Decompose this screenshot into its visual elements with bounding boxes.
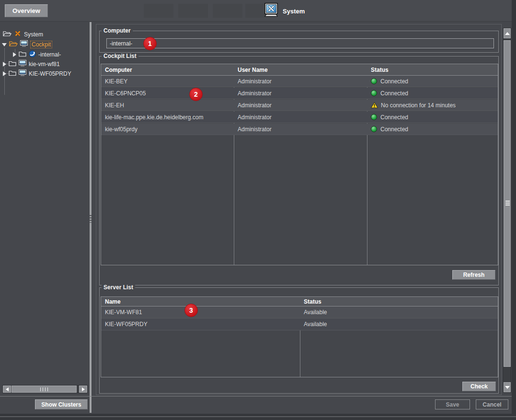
tab-placeholder [213,4,242,18]
computer-group-label: Computer [102,27,133,34]
table-row[interactable]: kie-life-mac.ppe.kie.de.heidelberg.com A… [101,112,498,123]
cell-computer: KIE-EH [101,102,234,109]
table-row[interactable]: KIE-BEY Administrator Connected [101,76,498,87]
expander-down-icon[interactable] [2,43,7,46]
cancel-button[interactable]: Cancel [476,399,508,409]
tree-item-label: System [24,31,43,38]
navigation-tree: System Cockpit [0,22,89,396]
refresh-button[interactable]: Refresh [452,270,495,280]
cockpit-list-table: Computer User Name Status KIE-BEY Admini… [101,64,498,265]
arrow-up-icon [505,32,510,35]
tree-item-system[interactable]: System [3,30,43,39]
save-button[interactable]: Save [435,399,470,409]
table-row[interactable]: KIE-WF05PRDY Available [101,318,498,330]
top-bar: Overview System [0,0,512,22]
tab-placeholder [178,4,208,18]
callout-badge-2: 2 [189,88,203,101]
expander-right-icon[interactable] [3,71,6,76]
cell-user-name: Administrator [234,114,367,121]
system-icon [264,3,278,20]
open-folder-icon [9,40,18,49]
connected-status-icon [371,78,377,84]
column-header-computer[interactable]: Computer [101,67,234,73]
scroll-right-button[interactable] [79,386,87,393]
cockpit-list-label: Cockpit List [102,53,138,59]
tree-item-internal[interactable]: -internal- [13,50,61,59]
computer-input[interactable] [106,38,494,48]
cell-computer: kie-wf05prdy [101,126,234,133]
connected-status-icon [371,126,377,132]
cell-name: KIE-WF05PRDY [101,321,300,328]
cell-name: KIE-VM-WF81 [101,309,300,316]
warning-icon [371,102,378,108]
cockpit-table-header: Computer User Name Status [101,64,498,76]
tree-item-kie-wf05prdy[interactable]: KIE-WF05PRDY [3,69,71,78]
tree-item-label: KIE-WF05PRDY [29,70,71,77]
server-list-label: Server List [102,284,135,291]
server-list-table: Name Status KIE-VM-WF81 Available KIE-WF… [101,296,498,377]
cell-status: Connected [367,90,498,97]
tree-item-label: -internal- [38,51,61,58]
arrow-down-icon [505,386,510,389]
arrow-right-icon [82,387,85,391]
expander-right-icon[interactable] [3,62,6,67]
cell-status: Available [300,309,498,316]
cell-user-name: Administrator [234,78,367,85]
table-row[interactable]: KIE-EH Administrator No connection for 1… [101,100,498,111]
closed-folder-icon [9,60,16,68]
cell-computer: KIE-BEY [101,78,234,85]
table-row[interactable]: kie-wf05prdy Administrator Connected [101,124,498,135]
computer-icon [19,69,26,78]
tools-icon [14,30,22,39]
cell-status: No connection for 14 minutes [367,102,498,109]
column-header-user-name[interactable]: User Name [234,67,367,73]
computer-icon [20,40,28,49]
tree-item-label: Cockpit [30,41,52,48]
page-title-label: System [283,8,305,15]
open-folder-icon [3,30,11,39]
connected-status-icon [371,114,377,120]
cell-user-name: Administrator [234,102,367,109]
cell-computer: kie-life-mac.ppe.kie.de.heidelberg.com [101,114,234,121]
column-header-status[interactable]: Status [367,67,498,73]
cell-status: Available [300,321,498,328]
tree-item-label: kie-vm-wf81 [29,61,60,68]
connected-status-icon [371,90,377,96]
cell-computer: KIE-C6PNCP05 [101,90,234,97]
tree-item-cockpit[interactable]: Cockpit [2,40,52,49]
callout-badge-3: 3 [184,304,198,317]
column-header-name[interactable]: Name [101,298,300,305]
computer-icon [19,60,26,68]
tree-horizontal-scrollbar[interactable] [2,385,88,393]
expander-right-icon[interactable] [13,52,16,57]
scroll-down-button[interactable] [504,382,511,392]
panel-splitter[interactable] [90,22,92,413]
closed-folder-icon [19,50,26,59]
closed-folder-icon [9,69,16,78]
scroll-up-button[interactable] [504,28,511,38]
footer-divider [0,396,512,397]
overview-button[interactable]: Overview [5,4,48,17]
show-clusters-button[interactable]: Show Clusters [35,399,88,409]
scroll-thumb-grip [505,201,510,206]
callout-badge-1: 1 [143,37,157,50]
cell-status: Connected [367,114,498,121]
splitter-grip[interactable] [90,215,92,223]
page-title: System [264,3,305,19]
globe-icon [29,50,36,59]
main-vertical-scrollbar[interactable] [503,28,511,393]
cell-status: Connected [367,126,498,133]
column-header-status[interactable]: Status [300,298,498,305]
vertical-scroll-thumb[interactable] [504,40,511,367]
tab-placeholder [144,4,173,18]
scroll-left-button[interactable] [3,386,11,393]
horizontal-scroll-thumb[interactable] [11,386,77,393]
table-row[interactable]: KIE-VM-WF81 Available [101,306,498,318]
window-bottom-edge [0,416,516,417]
cell-user-name: Administrator [234,90,367,97]
table-row[interactable]: KIE-C6PNCP05 Administrator Connected [101,88,498,99]
check-button[interactable]: Check [462,382,496,391]
tree-item-kie-vm-wf81[interactable]: kie-vm-wf81 [3,60,60,68]
cell-user-name: Administrator [234,126,367,133]
cell-status: Connected [367,78,498,85]
